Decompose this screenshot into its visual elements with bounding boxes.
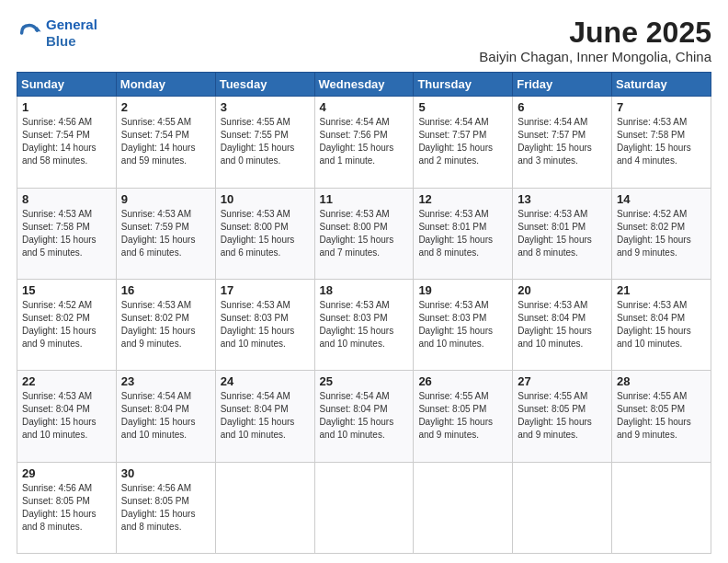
table-row: 27Sunrise: 4:55 AM Sunset: 8:05 PM Dayli… [513, 371, 612, 462]
calendar-subtitle: Baiyin Chagan, Inner Mongolia, China [479, 49, 711, 64]
cell-info: Sunrise: 4:53 AM Sunset: 8:04 PM Dayligh… [22, 390, 111, 442]
day-number: 1 [22, 100, 111, 114]
cell-info: Sunrise: 4:54 AM Sunset: 8:04 PM Dayligh… [121, 390, 210, 442]
table-row: 14Sunrise: 4:52 AM Sunset: 8:02 PM Dayli… [612, 188, 711, 279]
day-number: 24 [221, 374, 310, 388]
cell-info: Sunrise: 4:53 AM Sunset: 8:01 PM Dayligh… [418, 208, 507, 259]
day-number: 18 [320, 283, 409, 297]
table-row [314, 462, 414, 553]
table-row: 2Sunrise: 4:55 AM Sunset: 7:54 PM Daylig… [116, 97, 215, 188]
cell-info: Sunrise: 4:52 AM Sunset: 8:02 PM Dayligh… [617, 208, 706, 259]
cell-info: Sunrise: 4:53 AM Sunset: 7:58 PM Dayligh… [617, 116, 706, 167]
table-row: 20Sunrise: 4:53 AM Sunset: 8:04 PM Dayli… [513, 279, 612, 370]
cell-info: Sunrise: 4:56 AM Sunset: 8:05 PM Dayligh… [22, 482, 111, 534]
table-row: 29Sunrise: 4:56 AM Sunset: 8:05 PM Dayli… [17, 462, 117, 553]
cell-info: Sunrise: 4:55 AM Sunset: 8:05 PM Dayligh… [617, 390, 706, 442]
day-number: 15 [22, 283, 111, 297]
day-number: 23 [121, 374, 210, 388]
table-row: 4Sunrise: 4:54 AM Sunset: 7:56 PM Daylig… [314, 97, 414, 188]
day-number: 27 [518, 374, 607, 388]
calendar-header-row: Sunday Monday Tuesday Wednesday Thursday… [17, 73, 711, 97]
table-row: 15Sunrise: 4:52 AM Sunset: 8:02 PM Dayli… [17, 279, 117, 370]
day-number: 7 [617, 100, 706, 114]
day-number: 6 [518, 100, 607, 114]
table-row: 17Sunrise: 4:53 AM Sunset: 8:03 PM Dayli… [215, 279, 314, 370]
cell-info: Sunrise: 4:53 AM Sunset: 8:03 PM Dayligh… [418, 299, 507, 350]
table-row [513, 462, 612, 553]
col-wednesday: Wednesday [314, 73, 414, 97]
col-friday: Friday [513, 73, 612, 97]
calendar-week-row: 15Sunrise: 4:52 AM Sunset: 8:02 PM Dayli… [17, 279, 711, 370]
table-row [414, 462, 513, 553]
table-row: 6Sunrise: 4:54 AM Sunset: 7:57 PM Daylig… [513, 97, 612, 188]
calendar-week-row: 1Sunrise: 4:56 AM Sunset: 7:54 PM Daylig… [17, 97, 711, 188]
table-row [612, 462, 711, 553]
day-number: 20 [518, 283, 607, 297]
logo-icon [17, 20, 42, 46]
cell-info: Sunrise: 4:54 AM Sunset: 7:57 PM Dayligh… [418, 116, 507, 167]
cell-info: Sunrise: 4:54 AM Sunset: 7:56 PM Dayligh… [320, 116, 409, 167]
day-number: 22 [22, 374, 111, 388]
table-row: 23Sunrise: 4:54 AM Sunset: 8:04 PM Dayli… [116, 371, 215, 462]
table-row: 1Sunrise: 4:56 AM Sunset: 7:54 PM Daylig… [17, 97, 117, 188]
cell-info: Sunrise: 4:53 AM Sunset: 8:03 PM Dayligh… [320, 299, 409, 350]
col-thursday: Thursday [414, 73, 513, 97]
table-row: 28Sunrise: 4:55 AM Sunset: 8:05 PM Dayli… [612, 371, 711, 462]
table-row: 25Sunrise: 4:54 AM Sunset: 8:04 PM Dayli… [314, 371, 414, 462]
logo-text: General Blue [46, 17, 97, 50]
cell-info: Sunrise: 4:55 AM Sunset: 7:55 PM Dayligh… [221, 116, 310, 167]
day-number: 12 [418, 192, 507, 206]
table-row: 11Sunrise: 4:53 AM Sunset: 8:00 PM Dayli… [314, 188, 414, 279]
table-row [215, 462, 314, 553]
cell-info: Sunrise: 4:54 AM Sunset: 8:04 PM Dayligh… [221, 390, 310, 442]
calendar-week-row: 8Sunrise: 4:53 AM Sunset: 7:58 PM Daylig… [17, 188, 711, 279]
day-number: 19 [418, 283, 507, 297]
day-number: 16 [121, 283, 210, 297]
table-row: 26Sunrise: 4:55 AM Sunset: 8:05 PM Dayli… [414, 371, 513, 462]
day-number: 5 [418, 100, 507, 114]
logo-general: General [46, 17, 97, 32]
table-row: 8Sunrise: 4:53 AM Sunset: 7:58 PM Daylig… [17, 188, 117, 279]
day-number: 2 [121, 100, 210, 114]
calendar-title: June 2025 [479, 17, 711, 49]
cell-info: Sunrise: 4:52 AM Sunset: 8:02 PM Dayligh… [22, 299, 111, 350]
calendar-week-row: 22Sunrise: 4:53 AM Sunset: 8:04 PM Dayli… [17, 371, 711, 462]
day-number: 25 [320, 374, 409, 388]
table-row: 13Sunrise: 4:53 AM Sunset: 8:01 PM Dayli… [513, 188, 612, 279]
day-number: 26 [418, 374, 507, 388]
day-number: 13 [518, 192, 607, 206]
header: General Blue June 2025 Baiyin Chagan, In… [17, 17, 711, 64]
day-number: 10 [221, 192, 310, 206]
day-number: 30 [121, 466, 210, 480]
cell-info: Sunrise: 4:53 AM Sunset: 8:03 PM Dayligh… [221, 299, 310, 350]
cell-info: Sunrise: 4:56 AM Sunset: 7:54 PM Dayligh… [22, 116, 111, 167]
table-row: 12Sunrise: 4:53 AM Sunset: 8:01 PM Dayli… [414, 188, 513, 279]
calendar-week-row: 29Sunrise: 4:56 AM Sunset: 8:05 PM Dayli… [17, 462, 711, 553]
logo: General Blue [17, 17, 97, 50]
table-row: 7Sunrise: 4:53 AM Sunset: 7:58 PM Daylig… [612, 97, 711, 188]
table-row: 16Sunrise: 4:53 AM Sunset: 8:02 PM Dayli… [116, 279, 215, 370]
cell-info: Sunrise: 4:55 AM Sunset: 7:54 PM Dayligh… [121, 116, 210, 167]
table-row: 3Sunrise: 4:55 AM Sunset: 7:55 PM Daylig… [215, 97, 314, 188]
cell-info: Sunrise: 4:56 AM Sunset: 8:05 PM Dayligh… [121, 482, 210, 534]
cell-info: Sunrise: 4:53 AM Sunset: 8:01 PM Dayligh… [518, 208, 607, 259]
table-row: 10Sunrise: 4:53 AM Sunset: 8:00 PM Dayli… [215, 188, 314, 279]
col-tuesday: Tuesday [215, 73, 314, 97]
table-row: 22Sunrise: 4:53 AM Sunset: 8:04 PM Dayli… [17, 371, 117, 462]
table-row: 30Sunrise: 4:56 AM Sunset: 8:05 PM Dayli… [116, 462, 215, 553]
page: General Blue June 2025 Baiyin Chagan, In… [0, 0, 728, 563]
title-block: June 2025 Baiyin Chagan, Inner Mongolia,… [479, 17, 711, 64]
logo-blue: Blue [46, 33, 76, 49]
cell-info: Sunrise: 4:53 AM Sunset: 7:59 PM Dayligh… [121, 208, 210, 259]
cell-info: Sunrise: 4:53 AM Sunset: 7:58 PM Dayligh… [22, 208, 111, 259]
day-number: 17 [221, 283, 310, 297]
cell-info: Sunrise: 4:54 AM Sunset: 7:57 PM Dayligh… [518, 116, 607, 167]
day-number: 14 [617, 192, 706, 206]
cell-info: Sunrise: 4:53 AM Sunset: 8:04 PM Dayligh… [617, 299, 706, 350]
table-row: 21Sunrise: 4:53 AM Sunset: 8:04 PM Dayli… [612, 279, 711, 370]
cell-info: Sunrise: 4:55 AM Sunset: 8:05 PM Dayligh… [418, 390, 507, 442]
table-row: 18Sunrise: 4:53 AM Sunset: 8:03 PM Dayli… [314, 279, 414, 370]
table-row: 5Sunrise: 4:54 AM Sunset: 7:57 PM Daylig… [414, 97, 513, 188]
day-number: 28 [617, 374, 706, 388]
calendar-table: Sunday Monday Tuesday Wednesday Thursday… [17, 72, 711, 554]
